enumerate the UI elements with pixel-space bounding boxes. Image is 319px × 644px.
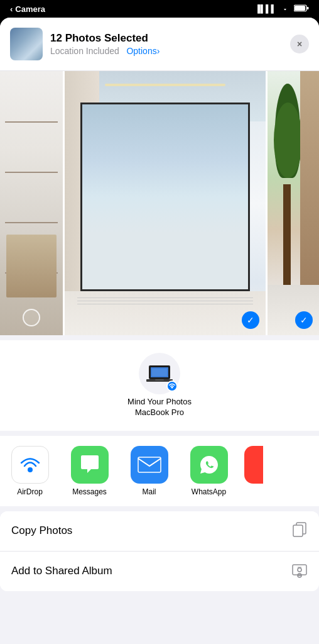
- vent-3: [77, 304, 253, 304]
- app-more[interactable]: [239, 446, 269, 496]
- messages-label: Messages: [72, 487, 107, 496]
- whatsapp-icon-svg: [197, 453, 221, 477]
- vent-2: [77, 301, 253, 301]
- floor: [65, 291, 266, 335]
- add-shared-album-action[interactable]: Add to Shared Album: [0, 552, 319, 591]
- location-label: Location Included: [50, 46, 119, 56]
- photo-3-bg: ✓: [268, 71, 319, 335]
- messages-icon-svg: [78, 454, 101, 475]
- app-messages[interactable]: Messages: [60, 446, 119, 496]
- mail-label: Mail: [142, 487, 156, 496]
- app-whatsapp[interactable]: WhatsApp: [179, 446, 239, 496]
- check-badge-2: ✓: [242, 311, 259, 329]
- photo-strip: ✓ ✓: [0, 71, 319, 335]
- vent-1: [77, 297, 253, 298]
- shelf-1: [5, 121, 58, 123]
- svg-point-18: [298, 568, 301, 572]
- airdrop-section: Mind Your Photos MacBook Pro: [0, 340, 319, 431]
- copy-photos-action[interactable]: Copy Photos: [0, 511, 319, 552]
- svg-rect-6: [152, 369, 167, 376]
- mail-app-icon: [131, 446, 168, 484]
- svg-rect-2: [307, 7, 309, 9]
- options-link[interactable]: Options›: [126, 46, 160, 56]
- city-view: [82, 104, 248, 289]
- vent-lines: [77, 297, 253, 304]
- action-list: Copy Photos Add to Shared Album: [0, 511, 319, 591]
- svg-rect-15: [293, 525, 303, 536]
- app-mail[interactable]: Mail: [119, 446, 179, 496]
- thumbnail: [10, 28, 43, 60]
- svg-rect-1: [295, 6, 305, 11]
- app-airdrop[interactable]: AirDrop: [0, 446, 60, 496]
- device-name: Mind Your Photos MacBook Pro: [127, 397, 192, 418]
- location-subtitle: Location Included Options›: [50, 46, 283, 56]
- svg-rect-8: [155, 379, 164, 380]
- laptop-icon: [146, 364, 173, 383]
- photo-2-bg: ✓: [65, 71, 266, 335]
- airdrop-app-icon: [11, 446, 49, 484]
- battery-icon: [294, 4, 309, 14]
- album-icon-svg: [291, 562, 308, 578]
- airdrop-indicator: [166, 380, 178, 392]
- svg-rect-11: [138, 457, 161, 472]
- photo-3[interactable]: ✓: [268, 71, 319, 335]
- status-right: ▐▌▌▌: [255, 4, 309, 14]
- ceiling-light: [105, 84, 225, 86]
- device-name-line1: Mind Your Photos: [127, 397, 192, 406]
- album-icon: [291, 562, 308, 581]
- photos-selected-title: 12 Photos Selected: [50, 32, 283, 45]
- whatsapp-app-icon: [190, 446, 228, 484]
- photo-2[interactable]: ✓: [65, 71, 266, 335]
- airdrop-icon-svg: [18, 452, 43, 477]
- selection-circle-1: [23, 309, 40, 326]
- wifi-icon: [280, 4, 290, 14]
- airdrop-waves-small: [168, 382, 176, 390]
- more-icon-svg: [246, 453, 261, 476]
- device-icon-wrap: [139, 353, 180, 394]
- status-bar: ‹ Camera ▐▌▌▌: [0, 0, 319, 18]
- tree-leaves-2: [274, 103, 302, 178]
- share-sheet: 12 Photos Selected Location Included Opt…: [0, 18, 319, 644]
- photo-1[interactable]: [0, 71, 63, 335]
- lobby-floor: [268, 285, 319, 335]
- mail-icon-svg: [137, 455, 162, 475]
- add-shared-album-label: Add to Shared Album: [11, 565, 112, 577]
- svg-rect-13: [246, 453, 261, 476]
- copy-photos-label: Copy Photos: [11, 525, 72, 537]
- check-badge-3: ✓: [295, 311, 313, 329]
- device-name-line2: MacBook Pro: [135, 408, 184, 417]
- close-button[interactable]: ×: [290, 35, 309, 53]
- apps-row: AirDrop Messages Mail: [0, 436, 319, 506]
- shelf-2: [5, 172, 58, 173]
- copy-icon: [291, 521, 308, 541]
- signal-bars: ▐▌▌▌: [255, 4, 276, 13]
- airdrop-device[interactable]: Mind Your Photos MacBook Pro: [127, 353, 192, 418]
- back-arrow[interactable]: ‹: [10, 4, 13, 14]
- header-text: 12 Photos Selected Location Included Opt…: [50, 32, 283, 56]
- shelf-3: [5, 222, 58, 223]
- book-decoration: [6, 235, 57, 297]
- svg-point-9: [171, 387, 173, 389]
- copy-icon-svg: [291, 521, 308, 538]
- status-carrier: Camera: [15, 4, 45, 14]
- whatsapp-label: WhatsApp: [192, 487, 226, 496]
- share-header: 12 Photos Selected Location Included Opt…: [0, 18, 319, 71]
- column: [300, 71, 319, 285]
- window-frame: [80, 103, 250, 291]
- svg-point-10: [28, 467, 33, 472]
- more-app-icon: [244, 446, 263, 484]
- status-left: ‹ Camera: [10, 4, 45, 14]
- messages-app-icon: [71, 446, 109, 484]
- thumbnail-image: [10, 28, 43, 60]
- airdrop-label: AirDrop: [17, 487, 43, 496]
- photo-1-bg: [0, 71, 63, 335]
